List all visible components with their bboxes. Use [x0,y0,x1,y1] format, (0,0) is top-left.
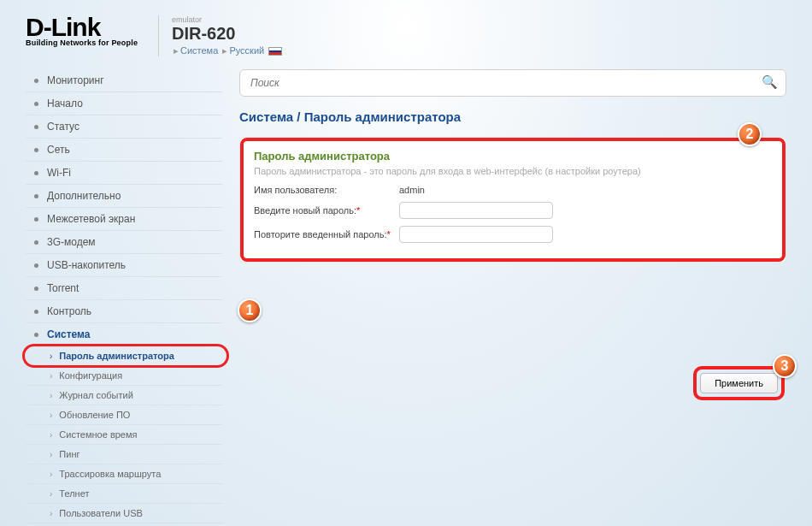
chevron-icon: › [50,352,52,361]
bullet-icon [34,125,38,129]
sub-ping[interactable]: ›Пинг [26,445,222,464]
apply-button[interactable]: Применить [700,373,778,393]
chevron-icon: › [50,371,52,381]
emulator-label: emulator [172,15,282,24]
page-title: Система / Пароль администратора [239,109,786,124]
sub-time[interactable]: ›Системное время [26,425,222,445]
search-icon[interactable]: 🔍 [762,74,778,90]
crumb-system[interactable]: Система [180,45,218,56]
main-content: 🔍 Система / Пароль администратора 2 Паро… [239,69,786,523]
new-password-input[interactable] [399,202,553,219]
sub-log[interactable]: ›Журнал событий [26,386,222,405]
sub-traceroute[interactable]: ›Трассировка маршрута [26,464,222,484]
annotation-badge-1: 1 [238,298,262,322]
chevron-icon: › [50,489,52,499]
username-label: Имя пользователя: [254,185,399,195]
nav-firewall[interactable]: Межсетевой экран [26,208,222,231]
nav-advanced[interactable]: Дополнительно [26,185,222,208]
bullet-icon [34,171,38,175]
chevron-icon: › [50,509,52,518]
bullet-icon [34,310,38,314]
nav-network[interactable]: Сеть [26,139,222,162]
chevron-icon: › [50,391,52,400]
field-confirm-password: Повторите введенный пароль:* [254,226,772,243]
nav-wifi[interactable]: Wi-Fi [26,162,222,185]
password-panel: 2 Пароль администратора Пароль администр… [239,137,786,263]
annotation-badge-2: 2 [738,122,762,146]
field-new-password: Введите новый пароль:* [254,202,772,219]
sub-admin-password[interactable]: ›Пароль администратора [26,346,222,366]
bullet-icon [34,194,38,198]
model-block: emulator DIR-620 ▸Система ▸Русский [158,15,282,56]
bullet-icon [34,79,38,83]
field-username: Имя пользователя: admin [254,185,772,195]
header-crumbs: ▸Система ▸Русский [172,45,282,56]
nav-usb-storage[interactable]: USB-накопитель [26,254,222,277]
header: D-Link Building Networks for People emul… [26,9,786,69]
panel-description: Пароль администратора - это пароль для в… [254,166,772,176]
sub-firmware[interactable]: ›Обновление ПО [26,405,222,425]
chevron-icon: › [50,430,52,440]
nav-3g[interactable]: 3G-модем [26,231,222,254]
chevron-icon: › [50,450,52,459]
flag-icon [268,47,282,56]
nav-system[interactable]: Система [26,323,222,346]
sub-usb-users[interactable]: ›Пользователи USB [26,504,222,523]
confirm-password-input[interactable] [399,226,553,243]
bullet-icon [34,287,38,291]
nav-control[interactable]: Контроль [26,300,222,323]
nav-torrent[interactable]: Torrent [26,277,222,300]
sub-configuration[interactable]: ›Конфигурация [26,366,222,386]
bullet-icon [34,333,38,337]
nav-monitoring[interactable]: Мониторинг [26,69,222,92]
sidebar: Мониторинг Начало Статус Сеть Wi-Fi Допо… [26,69,222,523]
nav-status[interactable]: Статус [26,115,222,139]
crumb-language[interactable]: Русский [229,45,264,56]
logo-tagline: Building Networks for People [26,38,141,47]
bullet-icon [34,217,38,222]
logo-text: D-Link [26,15,141,38]
sub-telnet[interactable]: ›Телнет [26,484,222,504]
chevron-icon: › [50,470,52,479]
newpass-label: Введите новый пароль:* [254,205,399,216]
search-input[interactable] [239,69,786,97]
apply-wrap: 3 Применить [700,373,778,393]
bullet-icon [34,102,38,106]
confirm-label: Повторите введенный пароль:* [254,229,399,239]
bullet-icon [34,148,38,152]
logo: D-Link Building Networks for People [26,15,141,47]
chevron-icon: › [50,411,52,420]
search-box: 🔍 [239,69,786,97]
nav-start[interactable]: Начало [26,92,222,115]
bullet-icon [34,263,38,268]
model-name: DIR-620 [172,24,282,44]
username-value: admin [399,185,425,195]
annotation-badge-3: 3 [773,354,797,378]
panel-title: Пароль администратора [254,150,772,163]
bullet-icon [34,240,38,245]
